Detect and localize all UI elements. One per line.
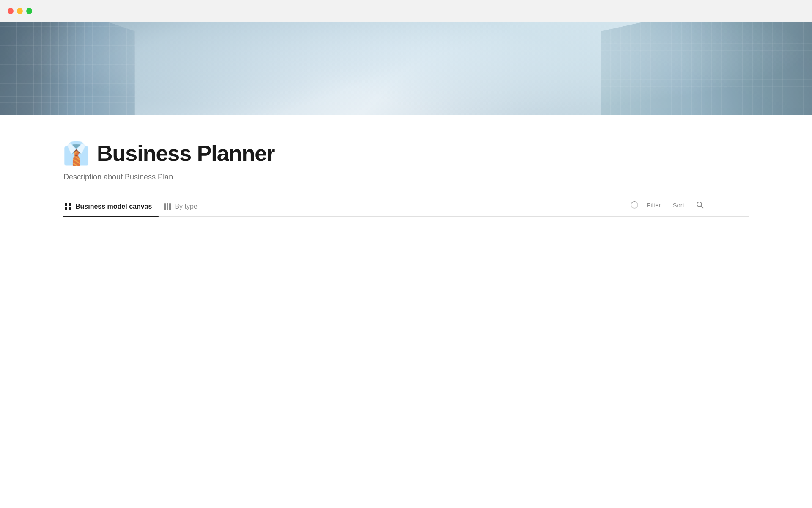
tab-by-type[interactable]: By type	[162, 199, 204, 216]
sort-button[interactable]: Sort	[669, 200, 688, 210]
tabs-left: Business model canvas By type	[63, 199, 631, 216]
minimize-button[interactable]	[17, 8, 23, 14]
tab-bar: Business model canvas By type Filte	[63, 199, 749, 217]
svg-rect-1	[69, 203, 71, 206]
svg-line-8	[701, 206, 703, 208]
svg-rect-6	[169, 203, 171, 210]
hero-banner	[0, 22, 812, 115]
columns-icon	[164, 203, 171, 210]
sort-label: Sort	[672, 202, 684, 209]
page-emoji: 👔	[63, 142, 90, 164]
svg-rect-3	[69, 207, 71, 210]
toolbar-actions: Filter Sort	[631, 199, 707, 215]
tab-business-model-canvas[interactable]: Business model canvas	[63, 199, 159, 216]
tab-business-model-canvas-label: Business model canvas	[75, 203, 152, 210]
sky-overlay	[0, 22, 812, 115]
page-header: 👔 Business Planner	[63, 141, 812, 166]
svg-rect-4	[164, 203, 166, 210]
titlebar	[0, 0, 812, 22]
tab-by-type-label: By type	[175, 203, 197, 210]
page-title: Business Planner	[97, 141, 274, 166]
maximize-button[interactable]	[26, 8, 32, 14]
loading-icon	[631, 201, 638, 209]
svg-rect-2	[65, 207, 67, 210]
svg-rect-0	[65, 203, 67, 206]
page-content: 👔 Business Planner Description about Bus…	[0, 115, 812, 217]
grid-icon	[64, 203, 72, 210]
svg-rect-5	[167, 203, 168, 210]
filter-label: Filter	[647, 202, 661, 209]
close-button[interactable]	[8, 8, 14, 14]
filter-button[interactable]: Filter	[643, 200, 664, 210]
page-description: Description about Business Plan	[63, 173, 812, 182]
search-icon	[696, 201, 704, 209]
search-button[interactable]	[693, 199, 707, 210]
